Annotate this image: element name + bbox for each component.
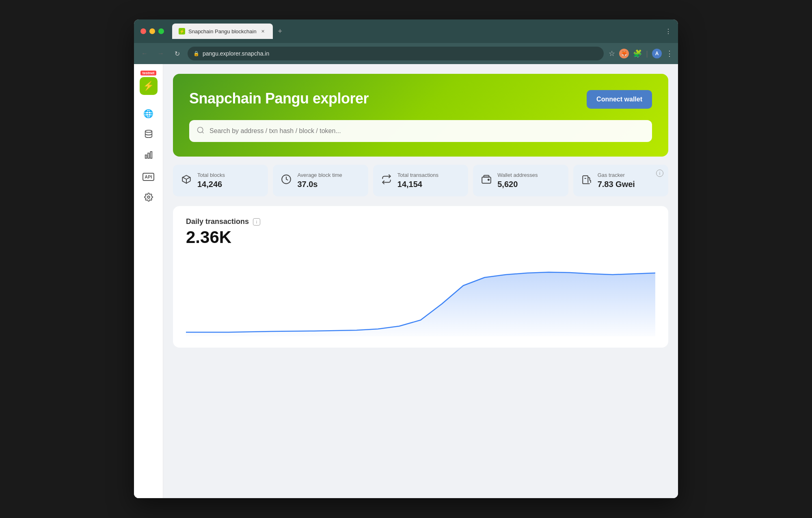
tab-favicon: ⚡ (179, 28, 185, 34)
stat-value-avg-block-time: 37.0s (297, 180, 342, 189)
logo-icon[interactable]: ⚡ (140, 77, 158, 95)
chart-area (186, 255, 655, 336)
reload-button[interactable]: ↻ (171, 48, 183, 59)
sidebar-item-analytics[interactable] (140, 147, 158, 165)
stat-label-total-blocks: Total blocks (197, 172, 225, 178)
search-icon (197, 126, 205, 136)
stat-card-avg-block-time: Average block time 37.0s (273, 165, 368, 196)
search-bar (189, 120, 652, 142)
database-icon (144, 129, 153, 140)
svg-line-7 (183, 177, 186, 179)
arrows-icon (381, 174, 392, 187)
back-button[interactable]: ← (139, 48, 150, 59)
stat-label-gas-tracker: Gas tracker (598, 172, 635, 178)
stat-card-wallet-addresses: Wallet addresses 5,620 (473, 165, 568, 196)
stat-card-total-blocks: Total blocks 14,246 (173, 165, 268, 196)
active-tab[interactable]: ⚡ Snapchain Pangu blockchain ✕ (172, 24, 273, 39)
svg-point-4 (147, 196, 150, 198)
browser-menu-icon[interactable]: ⋮ (665, 28, 672, 35)
stat-info-wallet-addresses: Wallet addresses 5,620 (497, 172, 538, 189)
tab-bar: ⚡ Snapchain Pangu blockchain ✕ + (172, 24, 662, 39)
stat-value-total-txns: 14,154 (397, 180, 438, 189)
svg-point-5 (198, 127, 203, 132)
stat-label-wallet-addresses: Wallet addresses (497, 172, 538, 178)
chart-header: Daily transactions i (186, 217, 655, 226)
title-bar: ⚡ Snapchain Pangu blockchain ✕ + ⋮ (134, 19, 678, 43)
browser-actions: ☆ 🦊 🧩 | A ⋮ (609, 49, 673, 58)
tab-close-button[interactable]: ✕ (260, 28, 266, 34)
page-content: Snapchain Pangu explorer Connect wallet (163, 64, 678, 498)
sidebar: testnet ⚡ 🌐 (134, 64, 163, 498)
stat-info-total-blocks: Total blocks 14,246 (197, 172, 225, 189)
bar-chart-icon (144, 150, 153, 161)
svg-line-6 (202, 131, 204, 133)
api-icon: API (143, 173, 154, 181)
stat-label-total-txns: Total transactions (397, 172, 438, 178)
address-text: pangu.explorer.snapcha.in (203, 50, 269, 57)
svg-rect-3 (150, 151, 152, 158)
chart-title: Daily transactions (186, 217, 249, 226)
gas-info-icon[interactable]: i (656, 170, 663, 177)
stat-value-gas-tracker: 7.83 Gwei (598, 180, 635, 189)
stats-row: Total blocks 14,246 Average block time (173, 165, 668, 196)
logo-container: testnet ⚡ (140, 71, 158, 95)
profile-icon[interactable]: A (652, 49, 662, 58)
stat-card-gas-tracker: i Gas tracker 7.83 Gwei (573, 165, 668, 196)
divider: | (646, 49, 648, 58)
traffic-lights (140, 28, 164, 34)
stat-info-gas-tracker: Gas tracker 7.83 Gwei (598, 172, 635, 189)
svg-rect-2 (148, 153, 149, 158)
svg-point-11 (488, 179, 489, 180)
gear-icon (144, 193, 153, 204)
sidebar-item-settings[interactable] (140, 189, 158, 207)
stat-value-wallet-addresses: 5,620 (497, 180, 538, 189)
hero-banner: Snapchain Pangu explorer Connect wallet (173, 74, 668, 157)
sidebar-item-api[interactable]: API (140, 168, 158, 186)
svg-line-9 (186, 177, 190, 179)
tab-title: Snapchain Pangu blockchain (188, 28, 257, 34)
stat-info-avg-block-time: Average block time 37.0s (297, 172, 342, 189)
extensions-icon[interactable]: 🧩 (633, 49, 642, 58)
hero-title: Snapchain Pangu explorer (189, 90, 652, 107)
minimize-button[interactable] (149, 28, 155, 34)
new-tab-button[interactable]: + (274, 26, 286, 37)
testnet-badge: testnet (140, 71, 157, 75)
clock-icon (281, 174, 292, 187)
lock-icon: 🔒 (193, 51, 199, 56)
gas-icon (581, 174, 592, 187)
search-input[interactable] (209, 127, 645, 135)
svg-point-0 (145, 130, 152, 132)
sidebar-item-globe[interactable]: 🌐 (140, 105, 158, 123)
connect-wallet-button[interactable]: Connect wallet (587, 90, 652, 109)
wallet-icon (481, 174, 492, 187)
maximize-button[interactable] (158, 28, 164, 34)
close-button[interactable] (140, 28, 146, 34)
stat-info-total-txns: Total transactions 14,154 (397, 172, 438, 189)
browser-controls: ⋮ (665, 28, 672, 35)
cube-icon (181, 174, 192, 187)
forward-button[interactable]: → (155, 48, 166, 59)
stat-label-avg-block-time: Average block time (297, 172, 342, 178)
chart-value: 2.36K (186, 228, 655, 247)
stat-value-total-blocks: 14,246 (197, 180, 225, 189)
sidebar-item-database[interactable] (140, 126, 158, 144)
chrome-menu-icon[interactable]: ⋮ (666, 49, 673, 58)
stat-card-total-txns: Total transactions 14,154 (373, 165, 468, 196)
globe-icon: 🌐 (143, 109, 153, 118)
bookmark-icon[interactable]: ☆ (609, 49, 615, 58)
chart-svg (186, 255, 655, 336)
chart-info-icon[interactable]: i (253, 218, 260, 226)
main-content: testnet ⚡ 🌐 (134, 64, 678, 498)
svg-rect-1 (145, 155, 147, 158)
address-bar[interactable]: 🔒 pangu.explorer.snapcha.in (188, 47, 604, 60)
browser-window: ⚡ Snapchain Pangu blockchain ✕ + ⋮ ← → ↻… (134, 19, 678, 498)
chart-section: Daily transactions i 2.36K (173, 206, 668, 348)
metamask-extension-icon[interactable]: 🦊 (619, 49, 629, 58)
address-bar-row: ← → ↻ 🔒 pangu.explorer.snapcha.in ☆ 🦊 🧩 … (134, 43, 678, 64)
